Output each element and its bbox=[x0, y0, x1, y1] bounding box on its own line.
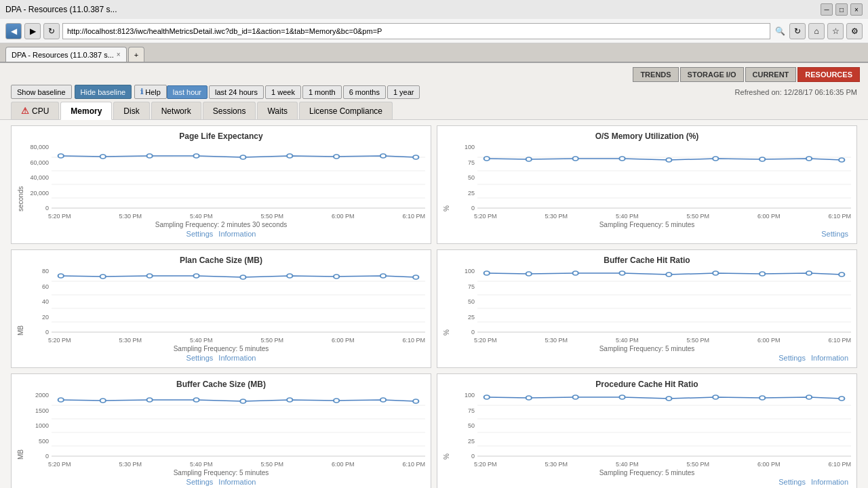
y-axis-label-buffer-cache-hit-ratio: % bbox=[443, 268, 450, 336]
chart-link-information-buffer-cache-hit-ratio[interactable]: Information bbox=[811, 354, 848, 362]
search-icon[interactable]: 🔍 bbox=[773, 24, 787, 38]
tab-license[interactable]: License Compliance bbox=[299, 102, 393, 119]
charts-row-0: Page Life Expectancyseconds80,00060,0004… bbox=[11, 125, 857, 244]
tab-disk[interactable]: Disk bbox=[113, 102, 149, 119]
svg-point-77 bbox=[573, 395, 578, 399]
time-btn-last-hour[interactable]: last hour bbox=[167, 85, 208, 99]
address-bar-row: ◀ ▶ ↻ 🔍 ↻ ⌂ ☆ ⚙ bbox=[0, 19, 868, 43]
time-buttons: last hourlast 24 hours1 week1 month6 mon… bbox=[167, 85, 420, 99]
home-button[interactable]: ⌂ bbox=[808, 23, 825, 39]
time-btn-last-24-hours[interactable]: last 24 hours bbox=[209, 85, 264, 99]
baseline-buttons: Show baseline Hide baseline ℹ Help bbox=[11, 85, 167, 99]
chart-links-buffer-cache-hit-ratio: SettingsInformation bbox=[443, 354, 851, 362]
svg-point-78 bbox=[619, 395, 625, 399]
chart-link-settings-os-memory-utilization[interactable]: Settings bbox=[821, 230, 848, 238]
chart-link-information-page-life-expectancy[interactable]: Information bbox=[218, 230, 256, 238]
chart-title-page-life-expectancy: Page Life Expectancy bbox=[17, 131, 425, 141]
chart-link-settings-buffer-cache-hit-ratio[interactable]: Settings bbox=[778, 354, 806, 362]
hide-baseline-button[interactable]: Hide baseline bbox=[75, 85, 132, 99]
svg-point-79 bbox=[666, 396, 671, 401]
x-axis-labels-os-memory-utilization: 5:20 PM5:30 PM5:40 PM5:50 PM6:00 PM6:10 … bbox=[443, 213, 851, 220]
help-button[interactable]: ℹ Help bbox=[134, 85, 167, 99]
refresh-nav-button[interactable]: ↻ bbox=[789, 23, 806, 39]
close-button[interactable]: × bbox=[850, 3, 863, 16]
chart-link-information-procedure-cache-hit-ratio[interactable]: Information bbox=[811, 478, 848, 486]
charts-row-1: Plan Cache Size (MB)MB8060402005:20 PM5:… bbox=[11, 249, 857, 368]
tab-sessions[interactable]: Sessions bbox=[203, 102, 256, 119]
svg-point-25 bbox=[760, 157, 765, 161]
tab-label-disk: Disk bbox=[123, 106, 139, 116]
address-input[interactable] bbox=[62, 23, 770, 39]
svg-point-52 bbox=[713, 271, 718, 275]
top-nav-resources-button[interactable]: RESOURCES bbox=[797, 67, 860, 82]
x-axis-labels-procedure-cache-hit-ratio: 5:20 PM5:30 PM5:40 PM5:50 PM6:00 PM6:10 … bbox=[443, 461, 851, 468]
chart-wrap-buffer-cache-hit-ratio: %1007550250 bbox=[443, 268, 851, 336]
top-nav-trends-button[interactable]: TRENDS bbox=[633, 67, 678, 82]
svg-point-82 bbox=[806, 395, 812, 399]
chart-link-settings-page-life-expectancy[interactable]: Settings bbox=[186, 230, 214, 238]
show-baseline-button[interactable]: Show baseline bbox=[11, 85, 72, 99]
tab-label-cpu: CPU bbox=[32, 106, 49, 116]
tab-waits[interactable]: Waits bbox=[257, 102, 298, 119]
browser-tab-new[interactable]: + bbox=[128, 47, 144, 62]
maximize-button[interactable]: □ bbox=[835, 3, 848, 16]
chart-svg-procedure-cache-hit-ratio bbox=[477, 392, 851, 460]
refresh-button[interactable]: ↻ bbox=[43, 23, 60, 39]
tab-label-license: License Compliance bbox=[309, 106, 382, 116]
time-btn-1-year[interactable]: 1 year bbox=[387, 85, 420, 99]
svg-point-23 bbox=[666, 158, 671, 162]
chart-svg-plan-cache-size bbox=[52, 268, 425, 336]
y-axis-values-procedure-cache-hit-ratio: 1007550250 bbox=[452, 392, 477, 460]
svg-point-65 bbox=[240, 399, 245, 403]
chart-link-settings-plan-cache-size[interactable]: Settings bbox=[186, 354, 214, 362]
x-axis-labels-buffer-cache-size: 5:20 PM5:30 PM5:40 PM5:50 PM6:00 PM6:10 … bbox=[17, 461, 425, 468]
sampling-text-procedure-cache-hit-ratio: Sampling Frequency: 5 minutes bbox=[443, 469, 851, 476]
chart-title-plan-cache-size: Plan Cache Size (MB) bbox=[17, 256, 425, 265]
tab-cpu[interactable]: ⚠CPU bbox=[11, 102, 59, 119]
chart-links-plan-cache-size: SettingsInformation bbox=[17, 354, 425, 362]
svg-point-49 bbox=[573, 271, 578, 275]
svg-point-48 bbox=[526, 272, 532, 276]
svg-point-36 bbox=[193, 274, 199, 278]
top-nav-storage-i-o-button[interactable]: STORAGE I/O bbox=[680, 67, 744, 82]
svg-point-83 bbox=[839, 396, 844, 401]
chart-link-settings-buffer-cache-size[interactable]: Settings bbox=[186, 478, 214, 486]
svg-point-9 bbox=[240, 155, 245, 159]
top-nav-current-button[interactable]: CURRENT bbox=[745, 67, 797, 82]
back-button[interactable]: ◀ bbox=[5, 23, 22, 39]
svg-point-41 bbox=[413, 275, 418, 279]
time-btn-1-week[interactable]: 1 week bbox=[265, 85, 301, 99]
error-icon: ⚠ bbox=[21, 106, 29, 116]
x-axis-labels-plan-cache-size: 5:20 PM5:30 PM5:40 PM5:50 PM6:00 PM6:10 … bbox=[17, 337, 425, 344]
chart-link-settings-procedure-cache-hit-ratio[interactable]: Settings bbox=[778, 478, 806, 486]
sampling-text-page-life-expectancy: Sampling Frequency: 2 minutes 30 seconds bbox=[17, 221, 425, 228]
svg-point-68 bbox=[380, 398, 386, 402]
minimize-button[interactable]: ─ bbox=[821, 3, 833, 16]
chart-svg-page-life-expectancy bbox=[52, 144, 425, 211]
chart-links-page-life-expectancy: SettingsInformation bbox=[17, 230, 425, 238]
time-btn-6-months[interactable]: 6 months bbox=[343, 85, 386, 99]
favorites-button[interactable]: ☆ bbox=[827, 23, 844, 39]
svg-point-40 bbox=[380, 274, 386, 278]
sampling-text-buffer-cache-hit-ratio: Sampling Frequency: 5 minutes bbox=[443, 345, 851, 352]
chart-link-information-plan-cache-size[interactable]: Information bbox=[218, 354, 256, 362]
chart-link-information-buffer-cache-size[interactable]: Information bbox=[218, 478, 256, 486]
svg-point-67 bbox=[334, 399, 339, 403]
settings-nav-button[interactable]: ⚙ bbox=[846, 23, 863, 39]
tab-close-icon[interactable]: × bbox=[117, 51, 121, 58]
chart-svg-buffer-cache-hit-ratio bbox=[477, 268, 851, 336]
x-axis-labels-page-life-expectancy: 5:20 PM5:30 PM5:40 PM5:50 PM6:00 PM6:10 … bbox=[17, 213, 425, 220]
tab-memory[interactable]: Memory bbox=[60, 102, 112, 120]
browser-tab-dpa[interactable]: DPA - Resources (11.0.387 s... × bbox=[5, 47, 127, 62]
chart-links-os-memory-utilization: Settings bbox=[443, 230, 851, 238]
svg-point-5 bbox=[58, 154, 64, 158]
svg-point-12 bbox=[380, 154, 386, 158]
chart-wrap-plan-cache-size: MB806040200 bbox=[17, 268, 425, 336]
tab-network[interactable]: Network bbox=[151, 102, 201, 119]
time-btn-1-month[interactable]: 1 month bbox=[302, 85, 342, 99]
svg-point-76 bbox=[526, 396, 532, 400]
forward-button[interactable]: ▶ bbox=[24, 23, 41, 39]
y-axis-label-buffer-cache-size: MB bbox=[17, 392, 24, 460]
svg-point-13 bbox=[413, 155, 418, 159]
y-axis-values-page-life-expectancy: 80,00060,00040,00020,0000 bbox=[26, 144, 52, 211]
